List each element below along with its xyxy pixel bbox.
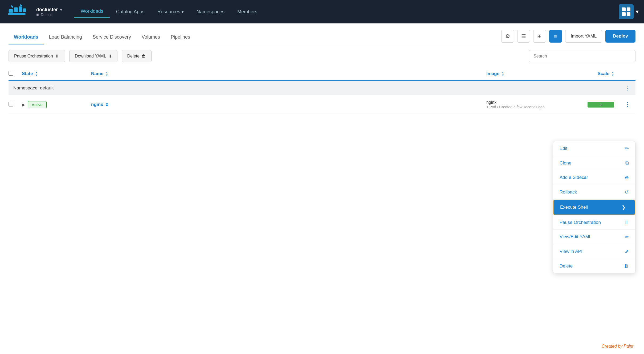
view-globe-button[interactable]: ⚙: [501, 30, 514, 43]
cluster-name[interactable]: docluster ▾: [36, 7, 62, 13]
checkbox-col: [9, 71, 22, 77]
row-checkbox[interactable]: [9, 102, 13, 106]
trash-icon: 🗑: [142, 54, 146, 59]
pause-orchestration-button[interactable]: Pause Orchestration ⏸: [9, 50, 65, 62]
th-state[interactable]: State ▲ ▼: [22, 71, 91, 77]
top-navigation: docluster ▾ ▣ Default Workloads Catalog …: [0, 0, 644, 23]
workload-name-col[interactable]: nginx ⚙: [91, 102, 486, 107]
svg-rect-2: [19, 6, 22, 12]
tab-pipelines[interactable]: Pipelines: [165, 31, 195, 44]
nav-workloads[interactable]: Workloads: [74, 6, 110, 18]
menu-edit[interactable]: Edit ✏: [553, 141, 635, 156]
state-sort-icon: ▲ ▼: [35, 71, 38, 77]
tab-workloads[interactable]: Workloads: [9, 31, 44, 44]
download-yaml-button[interactable]: Download YAML ⬇: [69, 50, 117, 62]
nav-members[interactable]: Members: [231, 6, 264, 17]
table-row: ▶ Active nginx ⚙ nginx 1 Pod / Created a…: [9, 95, 635, 114]
svg-rect-3: [23, 8, 26, 12]
table-icon: ≡: [554, 33, 557, 39]
pause2-icon: ⏸: [624, 220, 629, 225]
expand-button[interactable]: ▶: [22, 102, 25, 107]
svg-rect-6: [627, 7, 630, 11]
nav-catalog-apps[interactable]: Catalog Apps: [110, 6, 151, 17]
toolbar: Pause Orchestration ⏸ Download YAML ⬇ De…: [0, 45, 644, 67]
image-sort-icon: ▲ ▼: [502, 71, 504, 77]
workload-image-col: nginx 1 Pod / Created a few seconds ago: [486, 100, 588, 109]
plus-circle-icon: ⊕: [625, 175, 629, 180]
scale-sort-icon: ▲ ▼: [612, 71, 614, 77]
th-image[interactable]: Image ▲ ▼: [486, 71, 588, 77]
api-icon: ⇗: [625, 249, 629, 254]
menu-execute-shell[interactable]: Execute Shell ❯_: [553, 200, 635, 215]
tab-load-balancing[interactable]: Load Balancing: [44, 31, 87, 44]
nav-links: Workloads Catalog Apps Resources ▾ Names…: [74, 6, 619, 18]
link-icon: ⚙: [105, 102, 109, 107]
view-list-button[interactable]: ☰: [517, 30, 530, 43]
terminal-icon: ❯_: [622, 204, 628, 210]
nav-namespaces[interactable]: Namespaces: [190, 6, 231, 17]
delete-icon: 🗑: [624, 263, 629, 269]
scale-col: 1: [588, 102, 619, 108]
menu-clone[interactable]: Clone ⧉: [553, 156, 635, 170]
svg-rect-1: [14, 7, 18, 12]
namespace-row: Namespace: default ⋮: [9, 81, 635, 95]
tab-volumes[interactable]: Volumes: [136, 31, 165, 44]
th-scale[interactable]: Scale ▲ ▼: [588, 71, 619, 77]
import-yaml-button[interactable]: Import YAML: [565, 30, 602, 43]
nav-right-dropdown-icon[interactable]: ▾: [636, 8, 639, 15]
menu-add-sidecar[interactable]: Add a Sidecar ⊕: [553, 170, 635, 185]
badge-icon: ⊞: [537, 33, 542, 39]
app-logo[interactable]: [5, 2, 29, 21]
select-all-checkbox[interactable]: [9, 71, 13, 76]
namespace-more-button[interactable]: ⋮: [625, 85, 631, 92]
status-badge: Active: [28, 101, 47, 108]
cluster-selector[interactable]: docluster ▾ ▣ Default: [32, 5, 66, 19]
history-icon: ↺: [625, 189, 629, 195]
row-checkbox-col: [9, 102, 22, 108]
tabs-bar: Workloads Load Balancing Service Discove…: [0, 23, 644, 45]
watermark: Created by Paint: [602, 344, 633, 349]
tabs-right: ⚙ ☰ ⊞ ≡ Import YAML Deploy: [501, 30, 635, 45]
menu-delete[interactable]: Delete 🗑: [553, 259, 635, 273]
name-sort-icon: ▲ ▼: [105, 71, 108, 77]
list-icon: ☰: [521, 33, 526, 39]
workloads-table: State ▲ ▼ Name ▲ ▼ Image ▲ ▼ Scale ▲ ▼: [0, 67, 644, 114]
menu-rollback[interactable]: Rollback ↺: [553, 185, 635, 199]
svg-rect-7: [622, 12, 626, 16]
cluster-dropdown-icon[interactable]: ▾: [60, 7, 62, 12]
nav-grid-button[interactable]: [619, 4, 634, 19]
globe-icon: ⚙: [505, 33, 510, 39]
svg-rect-0: [9, 9, 13, 13]
resources-dropdown-icon: ▾: [181, 9, 184, 15]
view-badge-button[interactable]: ⊞: [533, 30, 546, 43]
cluster-sub: ▣ Default: [36, 13, 62, 17]
row-state-col: ▶ Active: [22, 101, 91, 108]
th-name[interactable]: Name ▲ ▼: [91, 71, 486, 77]
pause-icon: ⏸: [55, 54, 59, 59]
scale-bar: 1: [588, 102, 614, 108]
delete-button[interactable]: Delete 🗑: [122, 50, 152, 62]
table-header-row: State ▲ ▼ Name ▲ ▼ Image ▲ ▼ Scale ▲ ▼: [9, 67, 635, 81]
view-table-button[interactable]: ≡: [549, 30, 562, 43]
nav-right: ▾: [619, 4, 639, 19]
search-input[interactable]: [529, 50, 635, 62]
menu-pause-orchestration[interactable]: Pause Orchestration ⏸: [553, 215, 635, 229]
download-icon: ⬇: [108, 54, 112, 59]
context-menu: Edit ✏ Clone ⧉ Add a Sidecar ⊕ Rollback …: [553, 141, 635, 273]
deploy-button[interactable]: Deploy: [605, 30, 635, 43]
svg-rect-8: [627, 12, 630, 16]
pencil3-icon: ✏: [625, 234, 629, 240]
tab-service-discovery[interactable]: Service Discovery: [87, 31, 136, 44]
menu-view-edit-yaml[interactable]: View/Edit YAML ✏: [553, 230, 635, 244]
nav-resources[interactable]: Resources ▾: [151, 6, 190, 17]
menu-view-in-api[interactable]: View in API ⇗: [553, 244, 635, 259]
svg-rect-5: [622, 7, 626, 11]
row-more-button[interactable]: ⋮: [619, 101, 635, 108]
copy-icon: ⧉: [625, 160, 629, 166]
pencil-icon: ✏: [625, 146, 629, 151]
svg-rect-4: [8, 13, 26, 15]
